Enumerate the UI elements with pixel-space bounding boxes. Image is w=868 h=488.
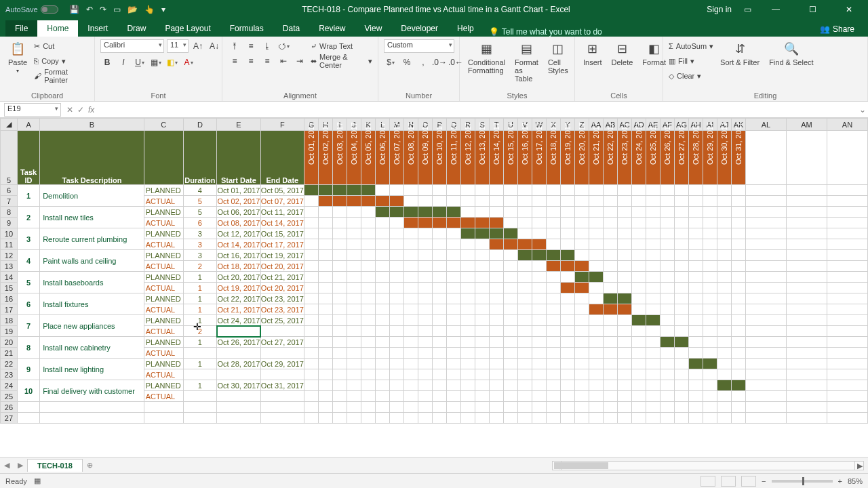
gantt-cell[interactable] [390, 239, 404, 250]
gantt-cell[interactable] [461, 196, 475, 207]
gantt-cell[interactable] [532, 391, 547, 402]
gantt-cell[interactable] [518, 272, 532, 283]
empty-cell[interactable] [475, 413, 490, 424]
gantt-cell[interactable] [475, 293, 490, 304]
gantt-cell[interactable] [376, 250, 390, 261]
gantt-cell[interactable] [561, 337, 575, 348]
gantt-cell[interactable] [475, 380, 490, 391]
gantt-cell[interactable] [304, 380, 319, 391]
gantt-cell[interactable] [433, 304, 447, 315]
gantt-cell[interactable] [304, 348, 319, 359]
gantt-cell[interactable] [732, 261, 746, 272]
gantt-cell[interactable] [319, 293, 333, 304]
gantt-cell[interactable] [361, 369, 376, 380]
accounting-icon[interactable]: $ [384, 56, 397, 69]
gantt-cell[interactable] [319, 369, 333, 380]
gantt-cell[interactable] [376, 261, 390, 272]
gantt-cell[interactable] [703, 304, 717, 315]
gantt-cell[interactable] [433, 228, 447, 239]
start-date-cell[interactable]: Oct 12, 2017 [217, 228, 260, 239]
gantt-cell[interactable] [575, 218, 589, 228]
task-id[interactable]: 10 [17, 380, 39, 402]
gantt-cell[interactable] [390, 261, 404, 272]
gantt-cell[interactable] [461, 326, 475, 337]
gantt-cell[interactable] [632, 218, 646, 228]
gantt-cell[interactable] [518, 315, 532, 326]
gantt-cell[interactable] [717, 283, 732, 293]
gantt-cell[interactable] [333, 326, 347, 337]
end-date-cell[interactable]: Oct 21, 2017 [260, 272, 304, 283]
gantt-cell[interactable] [304, 283, 319, 293]
gantt-cell[interactable] [703, 228, 717, 239]
gantt-cell[interactable] [561, 369, 575, 380]
gantt-cell[interactable] [319, 228, 333, 239]
enter-formula-icon[interactable]: ✓ [77, 105, 84, 115]
gantt-cell[interactable] [504, 283, 518, 293]
empty-cell[interactable] [461, 413, 475, 424]
gantt-cell[interactable] [518, 261, 532, 272]
gantt-cell[interactable] [418, 348, 433, 359]
gantt-cell[interactable] [333, 185, 347, 196]
minimize-icon[interactable]: — [764, 5, 788, 14]
task-desc[interactable]: Install new lighting [40, 359, 144, 380]
type-label[interactable]: ACTUAL [144, 283, 183, 293]
gantt-cell[interactable] [717, 348, 732, 359]
gantt-cell[interactable] [604, 304, 618, 315]
gantt-cell[interactable] [304, 185, 319, 196]
gantt-cell[interactable] [304, 207, 319, 218]
gantt-cell[interactable] [604, 272, 618, 283]
gantt-cell[interactable] [304, 337, 319, 348]
gantt-cell[interactable] [547, 196, 561, 207]
gantt-cell[interactable] [475, 218, 490, 228]
gantt-cell[interactable] [660, 348, 675, 359]
task-desc[interactable]: Install new tiles [40, 207, 144, 228]
gantt-cell[interactable] [447, 315, 461, 326]
gantt-cell[interactable] [689, 239, 703, 250]
gantt-cell[interactable] [475, 272, 490, 283]
gantt-cell[interactable] [376, 283, 390, 293]
cut-button[interactable]: ✂ Cut [34, 39, 89, 53]
gantt-cell[interactable] [319, 380, 333, 391]
gantt-cell[interactable] [646, 380, 660, 391]
gantt-cell[interactable] [732, 250, 746, 261]
gantt-cell[interactable] [618, 359, 632, 369]
gantt-cell[interactable] [675, 272, 689, 283]
gantt-cell[interactable] [490, 304, 504, 315]
gantt-cell[interactable] [561, 250, 575, 261]
gantt-cell[interactable] [461, 261, 475, 272]
empty-cell[interactable] [646, 413, 660, 424]
gantt-cell[interactable] [361, 304, 376, 315]
gantt-cell[interactable] [547, 304, 561, 315]
gantt-cell[interactable] [490, 228, 504, 239]
row-header[interactable]: 7 [1, 196, 18, 207]
gantt-cell[interactable] [561, 391, 575, 402]
copy-button[interactable]: ⎘ Copy ▾ [34, 54, 89, 68]
decrease-font-icon[interactable]: A↓ [208, 39, 221, 53]
task-desc[interactable]: Install new cabinetry [40, 337, 144, 359]
gantt-cell[interactable] [732, 207, 746, 218]
conditional-formatting-button[interactable]: ▦Conditional Formatting [465, 39, 508, 76]
gantt-cell[interactable] [532, 369, 547, 380]
gantt-cell[interactable] [589, 337, 604, 348]
start-date-cell[interactable]: Oct 24, 2017 [217, 315, 260, 326]
gantt-cell[interactable] [304, 326, 319, 337]
empty-cell[interactable] [746, 413, 787, 424]
gantt-cell[interactable] [589, 391, 604, 402]
gantt-cell[interactable] [632, 250, 646, 261]
font-color-icon[interactable]: A [182, 56, 195, 69]
gantt-cell[interactable] [376, 348, 390, 359]
gantt-cell[interactable] [604, 348, 618, 359]
close-icon[interactable]: ✕ [837, 5, 861, 14]
gantt-cell[interactable] [347, 283, 361, 293]
empty-cell[interactable] [304, 413, 319, 424]
col-header[interactable]: D [183, 119, 217, 131]
gantt-cell[interactable] [333, 196, 347, 207]
start-date-cell[interactable]: Oct 08, 2017 [217, 218, 260, 228]
empty-cell[interactable] [418, 402, 433, 413]
empty-cell[interactable] [361, 413, 376, 424]
empty-cell[interactable] [319, 413, 333, 424]
increase-indent-icon[interactable]: ⇥ [293, 54, 307, 68]
gantt-cell[interactable] [675, 326, 689, 337]
tab-formulas[interactable]: Formulas [220, 20, 273, 37]
col-header[interactable]: F [260, 119, 304, 131]
